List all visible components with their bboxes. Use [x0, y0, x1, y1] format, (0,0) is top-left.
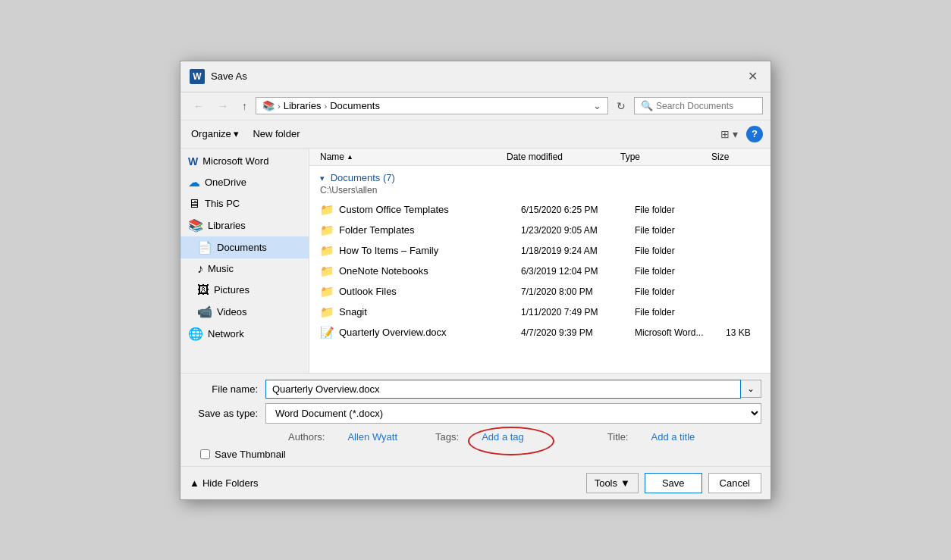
sidebar-item-label: Network [208, 328, 244, 339]
th-type[interactable]: Type [620, 152, 711, 162]
hide-folders-button[interactable]: ▲ Hide Folders [190, 477, 259, 489]
tools-button[interactable]: Tools ▼ [586, 473, 639, 493]
thumbnail-row: Save Thumbnail [190, 446, 761, 460]
action-buttons: Tools ▼ Save Cancel [586, 473, 761, 493]
file-name: Folder Templates [339, 224, 521, 236]
sidebar-item-documents[interactable]: 📄 Documents [180, 236, 309, 258]
dialog-title: Save As [211, 70, 247, 82]
pictures-icon: 🖼 [197, 283, 209, 297]
title-bar: W Save As ✕ [180, 61, 771, 92]
pc-icon: 🖥 [188, 197, 200, 211]
back-button[interactable]: ← [188, 97, 209, 115]
breadcrumb-sep2: › [325, 102, 328, 111]
authors-value[interactable]: Allen Wyatt [347, 431, 397, 443]
breadcrumb-libraries[interactable]: Libraries [284, 100, 322, 111]
onedrive-icon: ☁ [188, 175, 200, 189]
up-button[interactable]: ↑ [237, 97, 253, 115]
folder-icon: 📁 [320, 224, 334, 237]
file-date: 1/18/2019 9:24 AM [521, 246, 635, 256]
word-app-icon: W [190, 69, 205, 84]
sidebar-item-label: Music [208, 263, 234, 274]
documents-icon: 📄 [197, 240, 212, 255]
sidebar-item-music[interactable]: ♪ Music [180, 258, 309, 280]
save-thumbnail-checkbox[interactable] [200, 449, 210, 459]
file-name-input[interactable] [265, 380, 741, 399]
breadcrumb-icon: 📚 [262, 100, 275, 111]
search-box[interactable]: 🔍 [634, 97, 763, 114]
sidebar-item-label: OneDrive [205, 177, 246, 188]
file-name-label: File name: [190, 383, 265, 395]
collapse-icon[interactable]: ▾ [320, 174, 325, 183]
documents-group-header: ▾ Documents (7) [309, 166, 771, 185]
organize-button[interactable]: Organize ▾ [188, 127, 242, 141]
breadcrumb-bar[interactable]: 📚 › Libraries › Documents ⌄ [256, 97, 608, 114]
view-button[interactable]: ⊞ ▾ [715, 125, 743, 143]
breadcrumb-dropdown-icon[interactable]: ⌄ [593, 100, 601, 111]
th-name[interactable]: Name ▲ [320, 152, 507, 162]
file-name-dropdown-button[interactable]: ⌄ [741, 380, 761, 398]
folder-icon: 📁 [320, 285, 334, 299]
hide-folders-arrow-icon: ▲ [190, 477, 199, 489]
file-type: File folder [635, 266, 726, 277]
sidebar-item-network[interactable]: 🌐 Network [180, 323, 309, 345]
sidebar-item-videos[interactable]: 📹 Videos [180, 301, 309, 323]
table-row[interactable]: 📁 Outlook Files 7/1/2020 8:00 PM File fo… [309, 282, 771, 302]
sidebar-item-label: Microsoft Word [202, 155, 268, 167]
table-row[interactable]: 📁 Snagit 1/11/2020 7:49 PM File folder [309, 302, 771, 323]
table-row[interactable]: 📁 Custom Office Templates 6/15/2020 6:25… [309, 200, 771, 221]
breadcrumb-sep: › [278, 102, 281, 111]
toolbar2-right: ⊞ ▾ ? [715, 125, 763, 143]
main-area: W Microsoft Word ☁ OneDrive 🖥 This PC 📚 … [180, 149, 771, 373]
tags-label: Tags: [435, 431, 459, 443]
network-icon: 🌐 [188, 327, 203, 341]
save-as-dialog: W Save As ✕ ← → ↑ 📚 › Libraries › Docume… [180, 61, 771, 500]
title-value[interactable]: Add a title [651, 431, 695, 443]
music-icon: ♪ [197, 262, 203, 276]
save-button[interactable]: Save [645, 473, 702, 493]
table-row[interactable]: 📝 Quarterly Overview.docx 4/7/2020 9:39 … [309, 323, 771, 343]
file-date: 6/15/2020 6:25 PM [521, 205, 635, 215]
cancel-button[interactable]: Cancel [708, 473, 761, 493]
th-size[interactable]: Size [711, 152, 771, 162]
folder-icon: 📁 [320, 264, 334, 278]
sidebar-item-libraries[interactable]: 📚 Libraries [180, 214, 309, 236]
refresh-button[interactable]: ↻ [611, 97, 631, 115]
file-date: 1/23/2020 9:05 AM [521, 225, 635, 236]
organize-toolbar: Organize ▾ New folder ⊞ ▾ ? [180, 120, 771, 149]
sort-arrow-icon: ▲ [347, 153, 353, 161]
meta-row: Authors: Allen Wyatt Tags: Add a tag Tit… [190, 428, 761, 446]
sidebar-item-microsoft-word[interactable]: W Microsoft Word [180, 152, 309, 171]
search-icon: 🔍 [641, 100, 653, 111]
th-date-modified[interactable]: Date modified [507, 152, 620, 162]
save-type-select[interactable]: Word Document (*.docx) [265, 403, 761, 424]
file-name: OneNote Notebooks [339, 265, 521, 277]
table-row[interactable]: 📁 OneNote Notebooks 6/3/2019 12:04 PM Fi… [309, 261, 771, 282]
title-label: Title: [607, 431, 629, 443]
sidebar-item-onedrive[interactable]: ☁ OneDrive [180, 171, 309, 193]
tags-circle: Add a tag [482, 431, 524, 443]
forward-button[interactable]: → [212, 97, 234, 115]
sidebar-item-pictures[interactable]: 🖼 Pictures [180, 280, 309, 301]
save-as-type-label: Save as type: [190, 408, 265, 419]
word-doc-icon: 📝 [320, 326, 334, 339]
sidebar-item-label: Documents [217, 242, 267, 253]
sidebar-item-this-pc[interactable]: 🖥 This PC [180, 193, 309, 214]
file-type: Microsoft Word... [635, 327, 726, 338]
tags-value[interactable]: Add a tag [482, 431, 524, 443]
file-size: 13 KB [726, 327, 771, 338]
tools-dropdown-icon: ▼ [620, 477, 630, 489]
file-date: 4/7/2020 9:39 PM [521, 327, 635, 338]
folder-icon: 📁 [320, 203, 334, 217]
close-button[interactable]: ✕ [743, 67, 761, 86]
help-button[interactable]: ? [746, 126, 763, 142]
sidebar: W Microsoft Word ☁ OneDrive 🖥 This PC 📚 … [180, 149, 309, 373]
search-input[interactable] [656, 101, 756, 111]
table-row[interactable]: 📁 Folder Templates 1/23/2020 9:05 AM Fil… [309, 221, 771, 241]
new-folder-button[interactable]: New folder [250, 127, 303, 141]
breadcrumb-documents[interactable]: Documents [330, 100, 380, 111]
table-row[interactable]: 📁 How To Items – Family 1/18/2019 9:24 A… [309, 241, 771, 261]
file-name: Custom Office Templates [339, 204, 521, 215]
file-date: 6/3/2019 12:04 PM [521, 266, 635, 277]
documents-group-path: C:\Users\allen [309, 185, 771, 200]
file-date: 1/11/2020 7:49 PM [521, 307, 635, 318]
